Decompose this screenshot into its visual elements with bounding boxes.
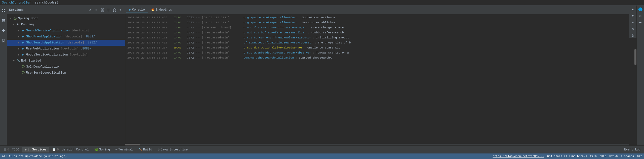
- running-section[interactable]: ▼ ▶ Running: [7, 22, 125, 28]
- h-scrollbar[interactable]: [125, 143, 629, 145]
- search-service-app[interactable]: ▶ ▶ SearchServiceApplication [devtools]: [7, 28, 125, 34]
- spring-boot-root[interactable]: ▼ Spring Boot: [7, 16, 125, 22]
- goods-service-app[interactable]: ▶ ▶ GoodsServiceApplication [devtools]: [7, 52, 125, 58]
- print-button[interactable]: 🖨: [630, 26, 636, 32]
- event-log-tab[interactable]: Event Log: [622, 147, 643, 152]
- log-separator: :: [313, 50, 314, 55]
- console-tab-label: Console: [132, 8, 145, 12]
- log-pid: 7672 ---: [187, 15, 201, 20]
- log-thread: [68.59.100:2181]: [202, 15, 242, 20]
- status-encoding[interactable]: UTF-8: [609, 155, 618, 158]
- console-tabs: ▶ Console 🔥 Endpoints: [125, 6, 629, 15]
- log-thread: [ain-EventThread]: [202, 25, 242, 30]
- shop-front-app[interactable]: ▶ ▶ ShopFrontApplication [devtools] :808…: [7, 34, 125, 40]
- log-pid: 7672 ---: [187, 35, 201, 40]
- structure-icon[interactable]: [1, 8, 7, 14]
- endpoints-tab[interactable]: 🔥 Endpoints: [148, 7, 175, 13]
- status-bar: All files are up-to-date (a minute ago) …: [0, 153, 644, 159]
- services-tab[interactable]: ⚙ 8: Services: [22, 147, 49, 152]
- collapse-all-button[interactable]: ≡: [94, 8, 99, 13]
- settings-icon[interactable]: ⚙: [638, 13, 643, 19]
- build-tab[interactable]: 🔨 Build: [136, 147, 155, 152]
- spring-icon: [21, 65, 25, 69]
- log-class: o.s.b.w.embedded.tomcat.TomcatWebServer: [244, 50, 311, 55]
- user-service-app[interactable]: UserServiceApplication: [7, 70, 125, 76]
- log-separator: :: [313, 35, 314, 40]
- running-label: Running: [21, 23, 34, 26]
- log-class: com.wpj.ShopSearchApplication: [244, 56, 294, 60]
- status-position[interactable]: 27:6: [590, 155, 597, 158]
- filter-button[interactable]: [106, 8, 111, 13]
- globe-icon[interactable]: 🌐: [638, 7, 643, 12]
- svg-rect-8: [103, 10, 104, 12]
- pin-button[interactable]: [112, 8, 117, 13]
- wrench-icon: 🔧: [16, 59, 20, 63]
- web-icon[interactable]: [1, 18, 7, 24]
- app-arrow: ▶: [18, 35, 21, 38]
- log-message: Tomcat started on p: [316, 50, 349, 55]
- soft-wrap-button[interactable]: ⊟: [630, 20, 636, 25]
- breadcrumb-part1[interactable]: SearchController: [2, 1, 31, 5]
- h-scrollbar-thumb[interactable]: [125, 144, 140, 145]
- run-icon: ▶: [21, 35, 25, 39]
- console-tab[interactable]: ▶ Console: [126, 7, 148, 13]
- bookmark-icon[interactable]: [1, 38, 7, 44]
- event-log-label: Event Log: [624, 148, 640, 151]
- terminal-tab[interactable]: ⌨ Terminal: [113, 147, 135, 152]
- status-right: https://blog.csdn.net/TheNew... 854 char…: [493, 155, 642, 158]
- user-web-app[interactable]: ▶ ▶ UserWebApplication [devtools] :8080/: [7, 46, 125, 52]
- bottom-tabs: ☰ 6: TODO ⚙ 8: Services 📋 9: Version Con…: [0, 145, 644, 153]
- breadcrumb-part2: searchGoods(): [35, 1, 58, 5]
- refresh-button[interactable]: ↺: [88, 8, 93, 13]
- log-level: INFO: [174, 50, 185, 55]
- scroll-up-button[interactable]: ▲: [630, 7, 636, 12]
- running-arrow: ▼: [13, 23, 16, 26]
- services-toolbar: ↺ ≡: [88, 8, 123, 13]
- log-timestamp: 2020-03-29 23:18:32.412: [127, 40, 173, 45]
- log-message: State change: CONNE: [311, 25, 344, 30]
- add-button[interactable]: +: [118, 8, 123, 13]
- breadcrumb-separator: ›: [32, 1, 34, 5]
- log-thread: [ restartedMain]: [202, 45, 242, 50]
- console-content[interactable]: 2020-03-29 23:18:30.466 INFO 7672 --- [6…: [125, 15, 629, 143]
- solr-demo-app[interactable]: SolrDemoApplication: [7, 64, 125, 70]
- status-indent[interactable]: 4 spaces: [621, 155, 634, 158]
- terminal-label: Terminal: [118, 148, 133, 151]
- svg-point-9: [14, 17, 16, 20]
- app-label: SearchServiceApplication [devtools]: [26, 29, 90, 32]
- java-label: Java Enterprise: [160, 148, 188, 151]
- log-line: 2020-03-29 23:18:33.237 WARN 7672 --- [ …: [125, 45, 629, 50]
- shop-search-app[interactable]: ▶ ▶ ShopSearchApplication [devtools] :80…: [7, 40, 125, 46]
- plugin-icon[interactable]: [1, 28, 7, 34]
- v-scrollbar-track[interactable]: [629, 38, 636, 145]
- log-line: 2020-03-29 23:18:30.532 INFO 7672 --- [a…: [125, 25, 629, 30]
- log-line: 2020-03-29 23:18:33.355 INFO 7672 --- [ …: [125, 55, 629, 60]
- status-git[interactable]: Git: [637, 155, 642, 158]
- svg-point-10: [22, 65, 24, 68]
- run-icon: ▶: [21, 53, 25, 57]
- log-timestamp: 2020-03-29 23:18:32.113: [127, 35, 173, 40]
- todo-tab[interactable]: ☰ 6: TODO: [1, 147, 22, 152]
- app-arrow: ▶: [18, 47, 21, 50]
- clear-button[interactable]: 🗑: [630, 33, 636, 38]
- services-title: Services: [9, 8, 24, 12]
- not-started-section[interactable]: ▼ 🔧 Not Started: [7, 58, 125, 64]
- spring-label: Spring: [99, 148, 110, 151]
- v-scrollbar-thumb[interactable]: [634, 49, 636, 65]
- left-sidebar: [0, 6, 7, 145]
- log-line: 2020-03-29 23:18:30.466 INFO 7672 --- [6…: [125, 15, 629, 20]
- console-panel: ▶ Console 🔥 Endpoints 2020-03-29 23:18:3…: [125, 6, 629, 145]
- group-button[interactable]: [100, 8, 105, 13]
- spring-icon: 🌿: [94, 148, 98, 151]
- status-url[interactable]: https://blog.csdn.net/TheNew...: [493, 155, 544, 158]
- version-control-tab[interactable]: 📋 9: Version Control: [50, 147, 91, 152]
- minimize-icon[interactable]: —: [638, 20, 643, 25]
- services-tab-label: Services: [32, 148, 47, 151]
- java-enterprise-tab[interactable]: ☕ Java Enterprise: [155, 147, 190, 152]
- status-left: All files are up-to-date (a minute ago): [2, 155, 67, 158]
- log-thread: [ restartedMain]: [202, 35, 242, 40]
- scroll-down-button[interactable]: ▼: [630, 13, 636, 19]
- status-line-ending[interactable]: CRLE: [600, 155, 606, 158]
- spring-tab[interactable]: 🌿 Spring: [92, 147, 112, 152]
- log-level: INFO: [174, 56, 185, 60]
